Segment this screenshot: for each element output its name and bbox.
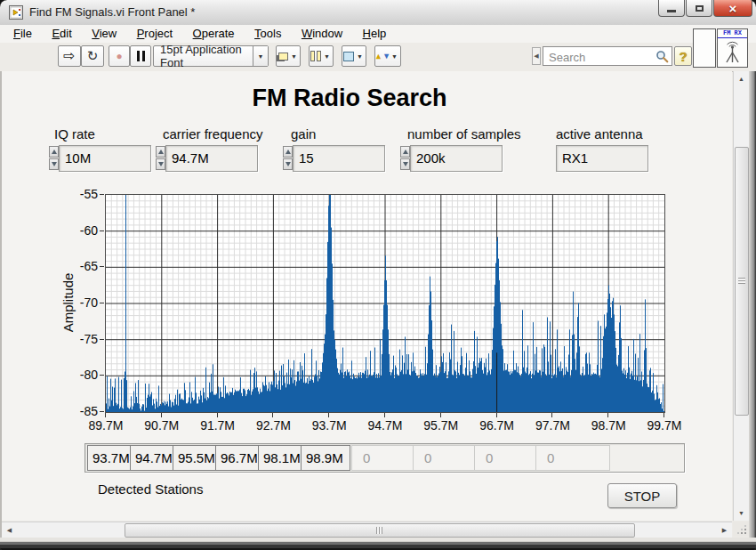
- scroll-down-button[interactable]: ▼: [734, 506, 749, 521]
- y-axis-tick: [100, 231, 104, 231]
- x-axis-tick: [105, 413, 106, 417]
- station-cell-empty[interactable]: 0: [535, 445, 610, 471]
- window-title: Find FM Signals.vi Front Panel *: [29, 5, 195, 19]
- help-icon: ?: [679, 49, 687, 64]
- increment-button[interactable]: [283, 146, 293, 158]
- detected-stations-array: 93.7M 94.7M 95.5M 96.7M 98.1M 98.9M 0 0 …: [84, 443, 685, 473]
- y-axis-tick-label: -55: [53, 187, 98, 201]
- horizontal-scrollbar-thumb[interactable]: [125, 523, 635, 538]
- menu-item-window[interactable]: Window: [294, 25, 350, 43]
- y-axis-tick: [100, 411, 104, 412]
- resize-grip[interactable]: [733, 522, 749, 537]
- active-antenna-field[interactable]: RX1: [556, 145, 648, 172]
- pause-button[interactable]: [130, 45, 151, 67]
- minimize-icon: [667, 10, 676, 12]
- reorder-button[interactable]: ►► ▼: [374, 45, 401, 67]
- vertical-scrollbar-thumb[interactable]: [735, 147, 749, 416]
- run-button[interactable]: ⇨: [58, 45, 81, 67]
- distribute-objects-button[interactable]: ▼: [309, 45, 334, 67]
- labview-window: Find FM Signals.vi Front Panel * × File …: [0, 0, 756, 550]
- x-axis-tick-label: 91.7M: [193, 418, 243, 433]
- titlebar[interactable]: Find FM Signals.vi Front Panel * ×: [0, 0, 756, 26]
- x-axis-tick-label: 99.7M: [639, 418, 689, 433]
- resize-objects-button[interactable]: ▼: [342, 45, 366, 67]
- x-axis-tick: [551, 413, 552, 417]
- search-icon[interactable]: [655, 50, 669, 67]
- scroll-left-button[interactable]: ◀: [2, 522, 17, 538]
- y-axis-tick-label: -85: [53, 404, 98, 418]
- search-box: [543, 46, 672, 66]
- increment-button[interactable]: [400, 146, 410, 158]
- labview-app-icon: [9, 5, 23, 20]
- menu-item-help[interactable]: Help: [355, 25, 395, 43]
- menu-item-operate[interactable]: Operate: [185, 25, 243, 43]
- toolbar: ⇨ ↻ ● 15pt Application Font ▼ ▼ ▼ ▼ ►►: [0, 43, 756, 72]
- close-button[interactable]: ×: [713, 0, 752, 17]
- x-axis-tick-label: 90.7M: [137, 418, 187, 433]
- menu-item-view[interactable]: View: [84, 25, 125, 43]
- decrement-button[interactable]: [400, 158, 410, 170]
- horizontal-scrollbar[interactable]: ◀ ▶: [2, 522, 732, 538]
- decrement-button[interactable]: [156, 158, 165, 170]
- carrier-frequency-field[interactable]: 94.7M: [165, 145, 258, 172]
- y-axis-tick-label: -75: [53, 332, 98, 346]
- x-axis-tick-label: 98.7M: [583, 418, 633, 433]
- gain-field[interactable]: 15: [293, 145, 385, 172]
- chevron-down-icon[interactable]: ▼: [253, 46, 268, 66]
- run-continuous-button[interactable]: ↻: [81, 45, 104, 67]
- scroll-right-button[interactable]: ▶: [717, 522, 732, 538]
- resize-grip-icon: [744, 532, 746, 534]
- search-pane-toggle[interactable]: ◀: [532, 47, 541, 65]
- x-axis-tick-label: 95.7M: [416, 418, 466, 433]
- chevron-down-icon: ▼: [391, 53, 398, 61]
- x-axis-tick: [607, 413, 608, 417]
- station-cell[interactable]: 98.9M: [301, 445, 350, 471]
- maximize-button[interactable]: [686, 0, 712, 17]
- iq-rate-spinner: [49, 146, 59, 171]
- x-axis-tick: [328, 413, 329, 417]
- menu-item-project[interactable]: Project: [129, 25, 181, 43]
- vertical-scrollbar[interactable]: ▲ ▼: [733, 71, 749, 521]
- scrollbar-grip: [738, 278, 745, 284]
- help-button[interactable]: ?: [674, 46, 692, 66]
- stop-button[interactable]: STOP: [607, 483, 677, 508]
- window-frame: [0, 538, 756, 550]
- font-selector[interactable]: 15pt Application Font ▼: [153, 45, 269, 67]
- pause-icon: [137, 51, 145, 61]
- minimize-button[interactable]: [658, 0, 685, 17]
- increment-button[interactable]: [49, 146, 59, 158]
- scrollbar-grip: [376, 527, 382, 534]
- window-frame: [0, 71, 2, 538]
- vi-icon[interactable]: FM RX: [717, 28, 748, 68]
- menu-item-file[interactable]: File: [5, 25, 40, 43]
- y-axis-tick-label: -60: [53, 223, 98, 238]
- decrement-button[interactable]: [283, 158, 293, 170]
- align-objects-button[interactable]: ▼: [276, 45, 301, 67]
- spectrum-plot-area: [106, 195, 664, 412]
- number-of-samples-field[interactable]: 200k: [410, 145, 503, 172]
- abort-button[interactable]: ●: [109, 45, 130, 67]
- maximize-icon: [696, 5, 704, 12]
- x-axis-tick: [272, 413, 273, 417]
- iq-rate-field[interactable]: 10M: [59, 145, 151, 172]
- increment-button[interactable]: [156, 146, 165, 158]
- menu-item-edit[interactable]: Edit: [44, 25, 79, 43]
- x-axis-tick: [161, 413, 162, 417]
- decrement-button[interactable]: [49, 158, 59, 170]
- scroll-up-button[interactable]: ▲: [734, 71, 749, 86]
- reorder-icon: ►: [374, 53, 382, 61]
- y-axis-tick-label: -65: [53, 259, 98, 273]
- menu-item-tools[interactable]: Tools: [246, 25, 289, 43]
- y-axis-tick: [100, 303, 104, 303]
- carrier-frequency-spinner: [156, 146, 165, 171]
- gain-spinner: [283, 146, 293, 171]
- front-panel: FM Radio Search IQ rate carrier frequenc…: [2, 71, 732, 521]
- active-antenna-label: active antenna: [556, 126, 643, 142]
- resize-objects-icon: [343, 52, 354, 61]
- x-axis-tick: [664, 413, 664, 417]
- spectrum-graph[interactable]: [105, 194, 665, 413]
- search-input[interactable]: [547, 48, 654, 66]
- y-axis-tick-label: -70: [53, 295, 98, 310]
- x-axis-tick-label: 92.7M: [248, 418, 298, 433]
- fm-rx-antenna-icon: [718, 38, 747, 65]
